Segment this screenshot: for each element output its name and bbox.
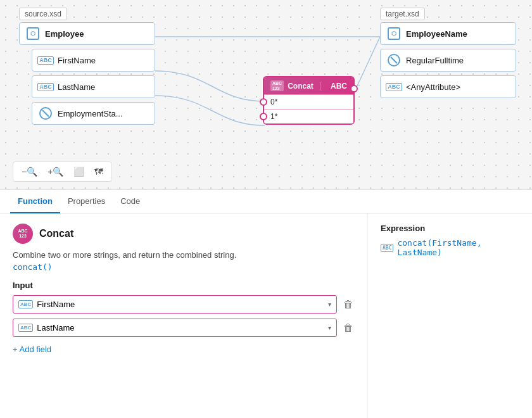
lastname-node[interactable]: ABC LastName	[32, 75, 155, 98]
input-dropdown-1[interactable]: ABC LastName ▾	[13, 319, 337, 337]
function-title: ABC123 Concat	[13, 224, 355, 244]
concat-abc-label: ABC	[331, 82, 347, 91]
source-panel: ⬡ Employee ABC FirstName ABC LastName	[19, 22, 155, 129]
zoom-out-button[interactable]: −🔍	[18, 165, 41, 179]
concat-title: Concat	[288, 82, 314, 91]
regularfulltime-node[interactable]: RegularFulltime	[380, 49, 516, 72]
input-abc-tag-1: ABC	[18, 324, 33, 332]
canvas-toolbar: −🔍 +🔍 ⬜ 🗺	[13, 162, 112, 182]
delete-input-0-button[interactable]: 🗑	[342, 298, 355, 312]
concat-input-0[interactable]: 0*	[264, 94, 353, 109]
anyattribute-node[interactable]: ABC <AnyAttribute>	[380, 75, 516, 98]
tab-function[interactable]: Function	[10, 190, 60, 213]
firstname-node[interactable]: ABC FirstName	[32, 49, 155, 72]
employmentstatus-label: EmploymentSta...	[58, 109, 123, 118]
source-label: source.xsd	[19, 8, 67, 20]
input-dot-1	[260, 113, 267, 120]
concat-header: ABC123 Concat ABC	[264, 77, 353, 94]
banned-icon-employment	[39, 106, 53, 120]
banned-icon-regular	[387, 53, 401, 67]
bottom-panel: Function Properties Code ABC123 Concat C…	[0, 190, 532, 418]
add-field-label: + Add field	[13, 345, 51, 354]
expression-value: ABC concat(FirstName, LastName)	[381, 238, 519, 257]
input-dropdown-inner-0: ABC FirstName	[18, 300, 75, 309]
abc-icon-lastname: ABC	[39, 80, 53, 94]
employee-node[interactable]: ⬡ Employee	[19, 22, 155, 45]
right-content: Expression ABC concat(FirstName, LastNam…	[367, 213, 532, 418]
function-description: Combine two or more strings, and return …	[13, 250, 355, 260]
concat-node[interactable]: ABC123 Concat ABC 0* 1*	[263, 76, 355, 125]
input-dropdown-0[interactable]: ABC FirstName ▾	[13, 295, 337, 314]
input-value-0: FirstName	[37, 300, 75, 309]
chevron-down-icon-0: ▾	[328, 301, 331, 308]
child-nodes: ABC FirstName ABC LastName EmploymentSta…	[32, 49, 155, 125]
regularfulltime-label: RegularFulltime	[406, 56, 464, 65]
expression-abc-icon: ABC	[381, 244, 393, 252]
zoom-in-button[interactable]: +🔍	[44, 165, 66, 179]
input-abc-tag-0: ABC	[18, 300, 33, 308]
concat-input-1[interactable]: 1*	[264, 109, 353, 124]
canvas-area: source.xsd target.xsd ⬡ Employee ABC Fir…	[0, 0, 532, 190]
map-button[interactable]: 🗺	[91, 165, 106, 179]
firstname-label: FirstName	[58, 56, 96, 65]
input-row-0: ABC FirstName ▾ 🗑	[13, 295, 355, 314]
tab-properties[interactable]: Properties	[60, 190, 113, 213]
left-content: ABC123 Concat Combine two or more string…	[0, 213, 367, 418]
cube-icon: ⬡	[26, 27, 40, 41]
target-label: target.xsd	[380, 8, 425, 20]
input-value-1: LastName	[37, 323, 74, 332]
fit-button[interactable]: ⬜	[70, 165, 87, 179]
panel-content: ABC123 Concat Combine two or more string…	[0, 213, 532, 418]
expression-label: Expression	[381, 224, 519, 233]
abc-icon-firstname: ABC	[39, 53, 53, 67]
input-dot-0	[260, 98, 267, 106]
concat-header-icon: ABC123	[270, 80, 284, 91]
lastname-label: LastName	[58, 82, 95, 92]
input-label: Input	[13, 281, 355, 290]
abc-icon-any: ABC	[387, 80, 401, 94]
employee-label: Employee	[45, 29, 84, 39]
concat-output-dot	[350, 85, 358, 92]
function-name: Concat	[39, 228, 73, 239]
target-panel: ⬡ EmployeeName RegularFulltime ABC <AnyA…	[380, 22, 516, 102]
input-row-1: ABC LastName ▾ 🗑	[13, 319, 355, 337]
cube-icon-target: ⬡	[387, 27, 401, 41]
anyattribute-label: <AnyAttribute>	[406, 82, 460, 92]
employeename-node[interactable]: ⬡ EmployeeName	[380, 22, 516, 45]
employmentstatus-node[interactable]: EmploymentSta...	[32, 102, 155, 125]
function-code: concat()	[13, 262, 355, 272]
delete-input-1-button[interactable]: 🗑	[342, 321, 355, 335]
concat-circle-icon: ABC123	[13, 224, 33, 244]
tabs-bar: Function Properties Code	[0, 190, 532, 213]
employeename-label: EmployeeName	[406, 29, 467, 39]
svg-line-1	[356, 37, 380, 89]
expression-text: concat(FirstName, LastName)	[397, 238, 519, 257]
add-field-button[interactable]: + Add field	[13, 342, 51, 357]
input-dropdown-inner-1: ABC LastName	[18, 323, 75, 332]
tab-code[interactable]: Code	[113, 190, 148, 213]
chevron-down-icon-1: ▾	[328, 324, 331, 331]
